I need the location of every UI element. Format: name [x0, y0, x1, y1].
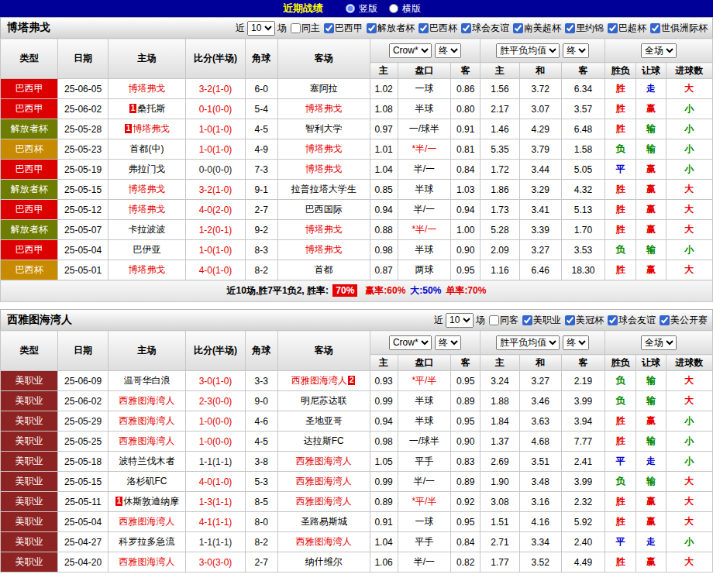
filter-checkbox[interactable]	[608, 23, 618, 33]
team-link[interactable]: 首都	[315, 264, 333, 275]
home-team-cell: 首都(中)	[108, 139, 186, 160]
team-link[interactable]: 纳什维尔	[305, 556, 343, 567]
filter-checkbox[interactable]	[367, 23, 377, 33]
team-link[interactable]: 西雅图海湾人	[296, 456, 352, 466]
avg-odds-select[interactable]: 胜平负均值	[496, 43, 560, 58]
team-link[interactable]: 博塔弗戈	[133, 123, 170, 134]
avg-time-select[interactable]: 终	[563, 43, 589, 58]
recent-count-select[interactable]: 10	[247, 21, 275, 36]
match-date: 25-05-25	[58, 432, 108, 452]
team-link[interactable]: 西雅图海湾人	[119, 556, 175, 567]
team-link[interactable]: 卡拉波波	[129, 224, 166, 235]
team-link[interactable]: 首都(中)	[130, 143, 164, 154]
team-link[interactable]: 博塔弗戈	[129, 204, 166, 215]
view-vertical-label[interactable]: 竖版	[359, 2, 377, 15]
filter-label: 美公开赛	[670, 314, 708, 327]
team-link[interactable]: 博塔弗戈	[305, 244, 343, 255]
team-link[interactable]: 西雅图海湾人	[296, 536, 352, 547]
team-link[interactable]: 科罗拉多急流	[119, 536, 175, 547]
rank-badge: 1	[115, 497, 123, 506]
team-link[interactable]: 博塔弗戈	[305, 103, 343, 114]
filter-checkbox[interactable]	[461, 23, 471, 33]
match-row: 巴西杯25-05-01博塔弗戈4-0(1-0)8-2首都0.87两球0.951.…	[1, 260, 713, 280]
team-link[interactable]: 圣地亚哥	[305, 415, 343, 426]
handicap: 半/一	[398, 200, 450, 220]
view-vertical-radio[interactable]	[346, 4, 355, 13]
recent-count-select[interactable]: 10	[446, 313, 474, 328]
team-link[interactable]: 西雅图海湾人	[296, 476, 352, 487]
filter-checkbox[interactable]	[565, 23, 575, 33]
team-link[interactable]: 西雅图海湾人	[291, 375, 347, 386]
team-link[interactable]: 西雅图海湾人	[296, 496, 352, 507]
corners: 5-3	[245, 472, 277, 492]
team-link[interactable]: 博塔弗戈	[129, 83, 166, 94]
asian-away-odds: 0.95	[451, 371, 480, 391]
team-link[interactable]: 博塔弗戈	[305, 163, 343, 174]
team-link[interactable]: 西雅图海湾人	[119, 516, 175, 527]
filter-checkbox[interactable]	[650, 23, 660, 33]
team-link[interactable]: 达拉斯FC	[304, 435, 344, 446]
league-badge: 巴西甲	[1, 99, 58, 119]
filter-checkbox[interactable]	[418, 23, 429, 33]
sub-col-header: 客	[451, 355, 480, 371]
result-goals: 大	[666, 79, 712, 99]
team-link[interactable]: 桑托斯	[137, 103, 165, 114]
team-link[interactable]: 博塔弗戈	[129, 184, 166, 194]
avg-odds-header: 胜平负均值终	[480, 39, 605, 63]
team-link[interactable]: 智利大学	[305, 123, 343, 134]
euro-away-odds: 7.77	[561, 432, 604, 452]
league-badge: 巴西甲	[1, 240, 58, 260]
result-handicap: 赢	[636, 411, 666, 432]
view-horizontal-radio[interactable]	[389, 4, 398, 13]
scope-select[interactable]: 全场	[641, 43, 677, 58]
team-link[interactable]: 博塔弗戈	[129, 264, 166, 275]
team-link[interactable]: 博塔弗戈	[305, 224, 343, 235]
handicap: 两球	[398, 260, 450, 280]
euro-away-odds: 6.48	[561, 119, 604, 139]
filter-checkbox[interactable]	[291, 23, 301, 33]
team-link[interactable]: 拉普拉塔大学生	[291, 184, 356, 194]
team-link[interactable]: 弗拉门戈	[129, 163, 166, 174]
filter-checkbox[interactable]	[522, 315, 532, 325]
col-header: 类型	[1, 331, 58, 371]
team-link[interactable]: 西雅图海湾人	[119, 435, 175, 446]
filter-checkbox[interactable]	[565, 315, 575, 325]
away-team-cell: 博塔弗戈	[277, 240, 370, 260]
asian-away-odds: 0.80	[451, 99, 480, 119]
result-goals: 小	[666, 432, 712, 452]
team-link[interactable]: 巴西国际	[305, 204, 343, 215]
team-link[interactable]: 波特兰伐木者	[119, 456, 175, 466]
avg-odds-select[interactable]: 胜平负均值	[496, 335, 560, 350]
corners: 9-2	[245, 220, 277, 240]
handicap: 一/球半	[398, 432, 450, 452]
team-link[interactable]: 明尼苏达联	[301, 395, 347, 406]
filter-checkbox[interactable]	[489, 315, 499, 325]
team-link[interactable]: 西雅图海湾人	[119, 395, 175, 406]
team-link[interactable]: 西雅图海湾人	[119, 415, 175, 426]
odds-source-select[interactable]: Crow*	[389, 43, 432, 58]
team-link[interactable]: 圣路易斯城	[301, 516, 347, 527]
asian-away-odds: 1.00	[451, 220, 480, 240]
team-link[interactable]: 温哥华白浪	[124, 375, 170, 386]
section-header-bar: 西雅图海湾人近10场同客美职业美冠杯球会友谊美公开赛	[0, 309, 713, 330]
odds-time-select[interactable]: 终	[435, 335, 461, 350]
handicap: 一球	[398, 512, 450, 532]
team-link[interactable]: 博塔弗戈	[305, 143, 343, 154]
filter-checkbox[interactable]	[324, 23, 334, 33]
filter-checkbox[interactable]	[608, 315, 618, 325]
avg-time-select[interactable]: 终	[563, 335, 589, 350]
view-horizontal-label[interactable]: 横版	[402, 2, 421, 15]
filter-checkbox[interactable]	[513, 23, 523, 33]
team-link[interactable]: 洛杉矶FC	[127, 476, 167, 487]
team-link[interactable]: 巴伊亚	[133, 244, 161, 255]
corners: 8-2	[245, 532, 277, 552]
filter-checkbox[interactable]	[660, 315, 670, 325]
league-badge: 美职业	[1, 411, 58, 432]
team-link[interactable]: 休斯敦迪纳摩	[123, 496, 179, 507]
result-wdl: 胜	[605, 119, 636, 139]
odds-time-select[interactable]: 终	[435, 43, 461, 58]
team-link[interactable]: 塞阿拉	[310, 83, 338, 94]
odds-source-select[interactable]: Crow*	[389, 335, 432, 350]
scope-select[interactable]: 全场	[641, 335, 677, 350]
away-team-cell: 圣路易斯城	[277, 512, 370, 532]
